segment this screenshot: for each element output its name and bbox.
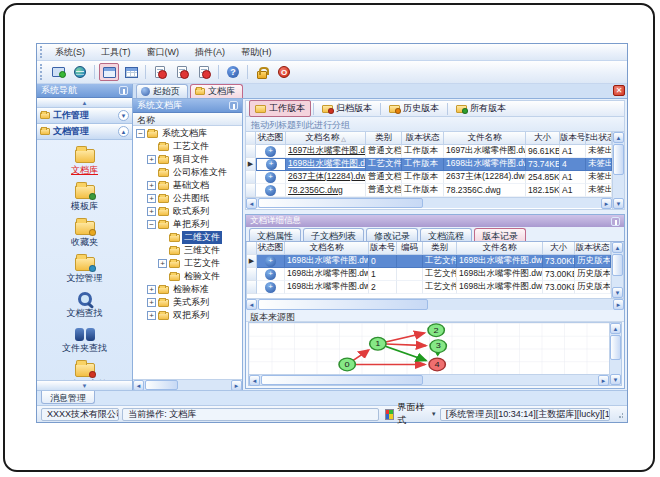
menu-item[interactable]: 插件(A) xyxy=(187,44,233,61)
scroll-thumb[interactable] xyxy=(258,299,428,310)
column-header-大小[interactable]: 大小 xyxy=(543,242,575,255)
tab-起始页[interactable]: 起始页 xyxy=(136,84,188,98)
pin-icon[interactable] xyxy=(119,86,128,95)
pin-icon[interactable] xyxy=(229,101,238,110)
tree-node-美式系列[interactable]: +美式系列 xyxy=(133,296,242,309)
sidebar-item-收藏夹[interactable]: 收藏夹 xyxy=(40,216,130,250)
tree-node-工艺文件[interactable]: 工艺文件 xyxy=(133,140,242,153)
tree-node-欧式系列[interactable]: +欧式系列 xyxy=(133,205,242,218)
column-header-文件名称[interactable]: 文件名称 xyxy=(457,242,543,255)
menu-item[interactable]: 工具(T) xyxy=(93,44,139,61)
column-header-文件名称[interactable]: 文件名称 xyxy=(444,132,526,145)
scroll-thumb[interactable] xyxy=(261,375,423,385)
column-header-状态图[interactable]: 状态图 xyxy=(256,132,286,145)
tree-expander-icon[interactable]: + xyxy=(147,207,156,216)
tree-expander-icon[interactable]: + xyxy=(147,285,156,294)
tree-node-二维文件[interactable]: 二维文件 xyxy=(133,231,242,244)
table-row[interactable]: +2637主体(12284).dwg普通文档工作版本2637主体(12284).… xyxy=(246,171,612,184)
tree-node-检验标准[interactable]: +检验标准 xyxy=(133,283,242,296)
tree-expander-icon[interactable]: + xyxy=(147,181,156,190)
tree-hscrollbar[interactable]: ◄ ► xyxy=(133,379,242,390)
scroll-right-arrow[interactable]: ► xyxy=(613,299,624,310)
tree-node-双把系列[interactable]: +双把系列 xyxy=(133,309,242,322)
tree-node-公共图纸[interactable]: +公共图纸 xyxy=(133,192,242,205)
graph-vscrollbar[interactable]: ▲ ▼ xyxy=(609,323,621,385)
menu-item[interactable]: 系统(S) xyxy=(47,44,93,61)
detail-tab-文档流程[interactable]: 文档流程 xyxy=(420,228,472,241)
version-source-graph[interactable]: 01234 xyxy=(249,323,609,374)
message-button[interactable] xyxy=(150,63,170,81)
tree-node-三维文件[interactable]: 三维文件 xyxy=(133,244,242,257)
graph-hscrollbar[interactable]: ◄ ► xyxy=(249,374,609,385)
column-header-类别[interactable]: 类别 xyxy=(366,132,402,145)
scroll-down-arrow[interactable]: ▼ xyxy=(610,374,621,385)
sidebar-scroll-down[interactable]: ▼ xyxy=(37,380,132,390)
scroll-thumb[interactable] xyxy=(610,335,621,360)
version-button-历史版本[interactable]: 历史版本 xyxy=(383,100,445,117)
table-row[interactable]: +78.2356C.dwg普通文档工作版本78.2356C.dwg182.15K… xyxy=(246,184,612,197)
sidebar-group-document[interactable]: 文档管理▲ xyxy=(37,124,132,140)
detail-tab-版本记录[interactable]: 版本记录 xyxy=(474,228,526,241)
network-button[interactable] xyxy=(70,63,90,81)
tree-expander-icon[interactable]: − xyxy=(136,129,145,138)
table-row[interactable]: +1698出水嘴零件图.dwg2工艺文件1698出水嘴零件图.dwg73.00K… xyxy=(247,281,611,294)
column-header-文档名称[interactable]: 文档名称△ xyxy=(286,132,366,145)
column-header-版本号[interactable]: 版本号 xyxy=(560,132,586,145)
menu-item[interactable]: 窗口(W) xyxy=(139,44,188,61)
scroll-thumb[interactable] xyxy=(145,380,178,390)
column-header-状态图[interactable]: 状态图 xyxy=(257,242,285,255)
table-row[interactable]: +1697出水嘴零件图.dwg普通文档工作版本1697出水嘴零件图.dwg96.… xyxy=(246,145,612,158)
scroll-down-arrow[interactable]: ▼ xyxy=(613,198,624,209)
scroll-left-arrow[interactable]: ◄ xyxy=(249,375,260,386)
version-button-工作版本[interactable]: 工作版本 xyxy=(249,100,311,117)
ui-style-label[interactable]: 界面样式 xyxy=(397,401,428,427)
scroll-thumb[interactable] xyxy=(258,198,423,208)
detail-tab-子文档列表[interactable]: 子文档列表 xyxy=(303,228,364,241)
sidebar-group-work[interactable]: 工作管理▼ xyxy=(37,108,132,124)
tree-node-工艺文件[interactable]: +工艺文件 xyxy=(133,257,242,270)
menu-item[interactable]: 帮助(H) xyxy=(233,44,280,61)
tree-expander-icon[interactable]: + xyxy=(147,311,156,320)
tree-node-项目文件[interactable]: +项目文件 xyxy=(133,153,242,166)
page-delete-button[interactable] xyxy=(194,63,214,81)
tree-node-系统文档库[interactable]: −系统文档库 xyxy=(133,127,242,140)
column-header-签出状态[interactable]: 签出状态 xyxy=(586,132,612,145)
column-header-版本号[interactable]: 版本号 xyxy=(369,242,397,255)
exit-button[interactable]: O xyxy=(274,63,294,81)
drag-handle[interactable] xyxy=(40,64,43,79)
sidebar-item-文控管理[interactable]: 文控管理 xyxy=(40,252,130,286)
sidebar-scroll-up[interactable]: ▲ xyxy=(37,98,132,108)
tree-node-检验文件[interactable]: 检验文件 xyxy=(133,270,242,283)
sidebar-item-文档查找[interactable]: 文档查找 xyxy=(40,288,130,321)
version-button-归档版本[interactable]: 归档版本 xyxy=(316,100,378,117)
column-header-编码[interactable]: 编码 xyxy=(397,242,423,255)
help-button[interactable]: ? xyxy=(223,63,243,81)
scroll-up-arrow[interactable]: ▲ xyxy=(612,242,623,253)
table-hscrollbar[interactable]: ◄► xyxy=(246,197,612,208)
detail-tab-文档属性[interactable]: 文档属性 xyxy=(249,228,301,241)
scroll-left-arrow[interactable]: ◄ xyxy=(246,198,257,209)
tree-expander-icon[interactable]: + xyxy=(147,194,156,203)
document-table-vscrollbar[interactable]: ▲ ▼ xyxy=(612,132,624,209)
scroll-right-arrow[interactable]: ► xyxy=(598,375,609,386)
table-row[interactable]: ▶+1698出水嘴零件图.dwg0工艺文件1698出水嘴零件图.dwg73.00… xyxy=(247,255,611,268)
sidebar-item-模板库[interactable]: 模板库 xyxy=(40,180,130,214)
tree-expander-icon[interactable]: − xyxy=(147,220,156,229)
tree-expander-icon[interactable]: + xyxy=(158,259,167,268)
table-row[interactable]: +1698出水嘴零件图.dwg1工艺文件1698出水嘴零件图.dwg73.00K… xyxy=(247,268,611,281)
scroll-right-arrow[interactable]: ► xyxy=(601,198,612,209)
detail-tab-修改记录[interactable]: 修改记录 xyxy=(366,228,418,241)
resize-grip[interactable] xyxy=(615,409,623,419)
scroll-up-arrow[interactable]: ▲ xyxy=(610,323,621,334)
workspace-button[interactable] xyxy=(48,63,68,81)
chevron-up-icon[interactable]: ▲ xyxy=(118,126,129,137)
drag-handle[interactable] xyxy=(40,46,43,57)
chevron-down-icon[interactable]: ▼ xyxy=(118,110,129,121)
scroll-up-arrow[interactable]: ▲ xyxy=(613,132,624,143)
column-header-类别[interactable]: 类别 xyxy=(423,242,457,255)
column-header-版本状态[interactable]: 版本状态 xyxy=(575,242,611,255)
tree-node-单把系列[interactable]: −单把系列 xyxy=(133,218,242,231)
page-import-button[interactable] xyxy=(172,63,192,81)
tree-node-公司标准文件[interactable]: 公司标准文件 xyxy=(133,166,242,179)
tree-expander-icon[interactable]: + xyxy=(147,155,156,164)
